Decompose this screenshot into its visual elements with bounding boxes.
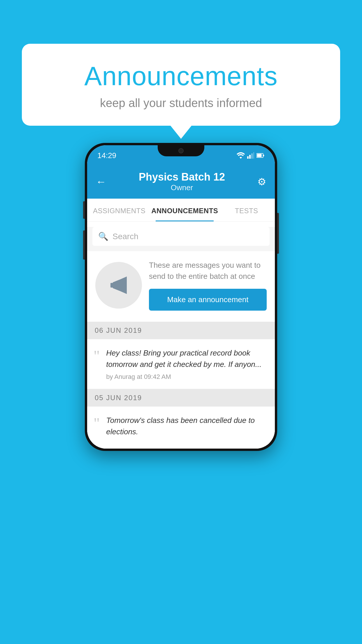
tab-tests[interactable]: TESTS <box>221 199 272 221</box>
svg-rect-6 <box>257 154 262 157</box>
battery-icon <box>256 152 265 159</box>
wifi-icon <box>237 152 245 159</box>
camera <box>178 148 184 153</box>
announcement-message-1: Hey class! Bring your practical record b… <box>106 347 267 370</box>
svg-rect-3 <box>253 152 254 159</box>
phone-side-button-power <box>277 213 279 254</box>
announcement-text-2: Tomorrow's class has been cancelled due … <box>106 415 267 440</box>
promo-right: These are messages you want to send to t… <box>149 260 267 311</box>
search-placeholder: Search <box>113 232 138 241</box>
phone-notch <box>158 145 204 156</box>
status-icons <box>237 152 265 159</box>
speech-bubble-container: Announcements keep all your students inf… <box>22 44 340 126</box>
phone-device: 14:29 <box>85 143 277 451</box>
svg-rect-1 <box>249 155 251 159</box>
promo-card: These are messages you want to send to t… <box>87 251 275 322</box>
content-area: 🔍 Search <box>87 227 275 449</box>
back-button[interactable]: ← <box>96 176 106 188</box>
svg-rect-8 <box>110 283 113 288</box>
phone-side-button-volume <box>83 230 85 260</box>
tab-assignments[interactable]: ASSIGNMENTS <box>90 199 148 221</box>
make-announcement-button[interactable]: Make an announcement <box>149 289 267 311</box>
date-separator-2: 05 JUN 2019 <box>87 389 275 407</box>
announcement-icon-circle <box>95 262 142 309</box>
quote-icon-1: " <box>94 349 100 364</box>
date-separator-1: 06 JUN 2019 <box>87 322 275 339</box>
svg-rect-5 <box>263 155 264 156</box>
svg-rect-2 <box>251 153 253 159</box>
signal-icon <box>247 152 254 159</box>
svg-rect-0 <box>247 156 249 159</box>
svg-marker-7 <box>113 279 120 291</box>
batch-title: Physics Batch 12 <box>106 171 257 183</box>
batch-role: Owner <box>106 183 257 192</box>
announcement-text-1: Hey class! Bring your practical record b… <box>106 347 267 381</box>
megaphone-icon <box>107 274 130 297</box>
phone-wrapper: 14:29 <box>22 143 340 644</box>
announcement-item-1[interactable]: " Hey class! Bring your practical record… <box>87 339 275 389</box>
speech-bubble-title: Announcements <box>42 61 320 91</box>
status-bar: 14:29 <box>87 145 275 166</box>
speech-bubble-subtitle: keep all your students informed <box>42 97 320 110</box>
app-header: ← Physics Batch 12 Owner ⚙ <box>87 166 275 199</box>
speech-bubble: Announcements keep all your students inf… <box>22 44 340 126</box>
header-title-group: Physics Batch 12 Owner <box>106 171 257 192</box>
tab-announcements[interactable]: ANNOUNCEMENTS <box>148 199 221 221</box>
search-bar[interactable]: 🔍 Search <box>92 227 270 246</box>
phone-side-button-top <box>83 201 85 219</box>
status-time: 14:29 <box>97 151 116 160</box>
announcement-item-2[interactable]: " Tomorrow's class has been cancelled du… <box>87 407 275 449</box>
tab-bar: ASSIGNMENTS ANNOUNCEMENTS TESTS <box>87 199 275 222</box>
gear-icon[interactable]: ⚙ <box>257 176 266 188</box>
search-icon: 🔍 <box>98 232 108 241</box>
announcement-message-2: Tomorrow's class has been cancelled due … <box>106 415 267 438</box>
promo-description: These are messages you want to send to t… <box>149 260 267 282</box>
phone-screen: 14:29 <box>87 145 275 449</box>
quote-icon-2: " <box>94 416 100 431</box>
announcement-author-1: by Anurag at 09:42 AM <box>106 373 267 381</box>
